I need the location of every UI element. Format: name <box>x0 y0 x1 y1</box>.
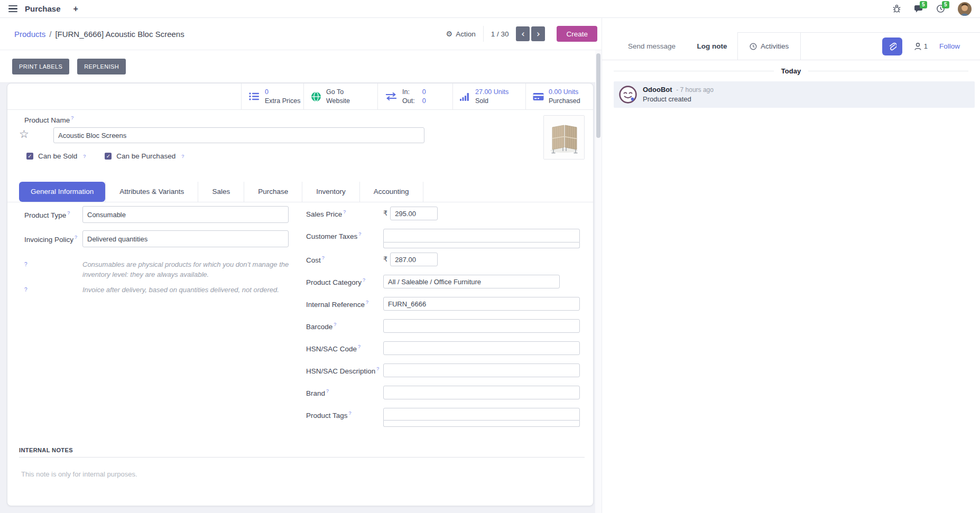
pager-next-button[interactable]: › <box>531 26 545 41</box>
tabs-underline <box>7 202 593 202</box>
new-tab-plus-icon[interactable]: + <box>73 4 78 14</box>
activities-count-badge: 5 <box>942 1 949 8</box>
hsn-sac-description-label: HSN/SAC Description? <box>306 363 383 375</box>
vertical-scrollbar <box>595 50 602 513</box>
help-question-mark: ? <box>24 260 82 267</box>
product-tags-label: Product Tags? <box>306 408 383 419</box>
notebook-tabs: General Information Attributes & Variant… <box>19 182 423 202</box>
chatter-panel: Send message Log note Activities 1 <box>602 18 980 513</box>
product-image-thumbnail[interactable] <box>543 115 585 160</box>
messages-count-badge: 5 <box>920 1 927 8</box>
tab-inventory[interactable]: Inventory <box>302 182 360 202</box>
activities-clock-icon[interactable]: 5 <box>936 4 945 13</box>
message-body: Product created <box>643 95 714 103</box>
can-be-sold-checkbox[interactable]: ✓ Can be Sold? <box>26 152 86 160</box>
checkbox-checked-icon: ✓ <box>26 153 33 160</box>
stat-units-sold-button[interactable]: 27.00 UnitsSold <box>452 83 525 109</box>
form-statusbar: PRINT LABELS REPLENISH <box>0 50 602 83</box>
currency-symbol: ₹ <box>383 207 390 217</box>
stat-extra-prices-button[interactable]: 0Extra Prices <box>241 83 303 109</box>
divider <box>483 26 484 42</box>
brand-label: Brand? <box>306 386 383 397</box>
send-message-button[interactable]: Send message <box>617 32 687 60</box>
tab-general-information[interactable]: General Information <box>19 182 105 202</box>
replenish-button[interactable]: REPLENISH <box>77 59 126 74</box>
transfer-arrows-icon <box>385 92 397 101</box>
chatter-topbar: Send message Log note Activities 1 <box>602 18 980 60</box>
scrollbar-thumb[interactable] <box>596 53 600 138</box>
control-panel: Products / [FURN_6666] Acoustic Bloc Scr… <box>0 18 602 50</box>
top-navbar: Purchase + 5 5 <box>0 0 980 18</box>
credit-card-icon <box>533 92 544 101</box>
breadcrumb-current: [FURN_6666] Acoustic Bloc Screens <box>55 30 184 39</box>
breadcrumb-products-link[interactable]: Products <box>14 30 45 39</box>
followers-count: 1 <box>924 42 928 50</box>
bar-chart-icon <box>460 92 470 101</box>
product-name-input[interactable] <box>53 127 424 143</box>
product-type-input[interactable] <box>82 206 289 223</box>
create-button[interactable]: Create <box>557 26 597 42</box>
help-question-mark: ? <box>24 285 82 293</box>
hsn-sac-code-input[interactable] <box>383 341 580 355</box>
message-author[interactable]: OdooBot <box>643 86 672 94</box>
messages-icon[interactable]: 5 <box>914 4 923 13</box>
follower-person-icon <box>914 42 922 51</box>
attach-files-button[interactable] <box>882 38 902 55</box>
can-be-purchased-checkbox[interactable]: ✓ Can be Purchased? <box>105 152 184 160</box>
record-pager: 1 / 30 <box>491 30 509 38</box>
product-name-label: Product Name? <box>24 115 73 124</box>
follow-link[interactable]: Follow <box>939 42 960 50</box>
user-avatar[interactable] <box>958 2 972 16</box>
stat-go-to-website-button[interactable]: Go ToWebsite <box>303 83 377 109</box>
globe-icon <box>311 91 321 102</box>
stat-button-row: 0Extra Prices Go ToWebsite In:0 Out:0 <box>7 83 593 110</box>
product-category-label: Product Category? <box>306 275 383 286</box>
invoicing-help-text: Invoice after delivery, based on quantit… <box>82 285 291 295</box>
action-menu-button[interactable]: ⚙ Action <box>446 30 476 38</box>
chatter-message: OdooBot - 7 hours ago Product created <box>614 81 975 108</box>
followers-button[interactable]: 1 <box>914 42 928 51</box>
app-title: Purchase <box>25 4 61 13</box>
hsn-sac-description-input[interactable] <box>383 363 580 377</box>
activities-button[interactable]: Activities <box>737 32 801 60</box>
tab-attributes-variants[interactable]: Attributes & Variants <box>105 182 198 202</box>
breadcrumb: Products / [FURN_6666] Acoustic Bloc Scr… <box>14 30 184 39</box>
product-tags-input[interactable] <box>383 408 580 427</box>
internal-reference-input[interactable] <box>383 297 580 311</box>
gear-icon: ⚙ <box>446 30 453 38</box>
pager-previous-button[interactable]: ‹ <box>516 26 530 41</box>
currency-symbol: ₹ <box>383 253 390 263</box>
paperclip-icon <box>888 42 896 51</box>
invoicing-policy-input[interactable] <box>82 230 289 247</box>
today-divider: Today <box>602 67 980 75</box>
tab-sales[interactable]: Sales <box>198 182 244 202</box>
internal-reference-label: Internal Reference? <box>306 297 383 309</box>
cost-label: Cost? <box>306 253 383 264</box>
apps-menu-icon[interactable] <box>8 5 17 13</box>
debug-bug-icon[interactable] <box>892 4 901 13</box>
customer-taxes-tags-input[interactable] <box>383 229 580 248</box>
consumable-help-text: Consumables are physical products for wh… <box>82 260 291 280</box>
product-form-sheet: 0Extra Prices Go ToWebsite In:0 Out:0 <box>7 83 594 506</box>
sales-price-label: Sales Price? <box>306 207 383 218</box>
checkbox-checked-icon: ✓ <box>105 153 112 160</box>
internal-notes-header: INTERNAL NOTES <box>19 447 585 458</box>
message-timestamp: - 7 hours ago <box>676 86 714 94</box>
internal-notes-placeholder[interactable]: This note is only for internal purposes. <box>21 470 137 478</box>
tab-purchase[interactable]: Purchase <box>244 182 302 202</box>
brand-input[interactable] <box>383 386 580 399</box>
log-note-button[interactable]: Log note <box>687 32 737 60</box>
pricelist-icon <box>248 92 260 101</box>
product-category-input[interactable] <box>383 275 560 288</box>
print-labels-button[interactable]: PRINT LABELS <box>12 59 69 74</box>
stat-in-out-button[interactable]: In:0 Out:0 <box>377 83 452 109</box>
barcode-label: Barcode? <box>306 319 383 331</box>
sales-price-input[interactable] <box>390 207 438 220</box>
barcode-input[interactable] <box>383 319 580 333</box>
favorite-star-icon[interactable]: ☆ <box>19 128 29 141</box>
cost-input[interactable] <box>390 253 438 266</box>
customer-taxes-label: Customer Taxes? <box>306 229 383 240</box>
form-background: 0Extra Prices Go ToWebsite In:0 Out:0 <box>0 83 602 513</box>
stat-units-purchased-button[interactable]: 0.00 UnitsPurchased <box>525 83 593 109</box>
tab-accounting[interactable]: Accounting <box>360 182 423 202</box>
